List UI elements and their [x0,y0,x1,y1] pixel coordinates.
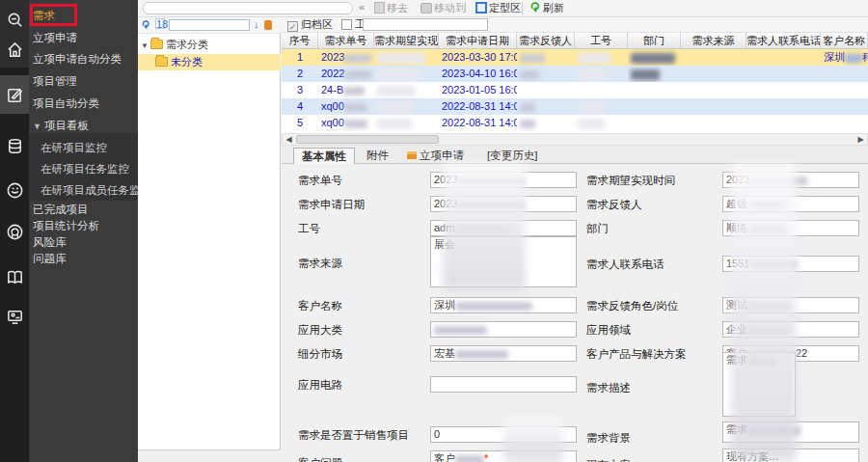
field-label: 部门 [586,222,609,236]
tree-down-arrow-icon[interactable]: ↓ [254,18,259,30]
scroll-right-icon[interactable]: ▶ [854,134,867,145]
field-app-domain[interactable]: 企业 [722,321,859,338]
tab-project-apply[interactable]: 立项申请 [399,148,472,164]
remove-icon [374,2,385,14]
col-phone[interactable]: 需求人联系电话 [746,33,821,48]
tree-node-label: 未分类 [171,56,203,68]
col-emp-id[interactable]: 工号 [575,33,628,48]
col-seq[interactable]: 序号 [282,33,318,48]
remove-button[interactable]: 移去 [374,0,408,16]
field-market-segment[interactable]: 宏基 [430,345,577,362]
table-row[interactable]: 5 xq00 2022-08-31 14:05 [282,115,868,131]
detail-tabs: 基本属性 附件 立项申请 [变更历史] [282,146,868,164]
refresh-icon: ⟳ [529,2,541,13]
field-feedback-person[interactable]: 超级 [722,196,859,212]
field-app-circuit[interactable] [430,376,577,393]
table-row[interactable]: 2 2022 2023-04-10 16:02 [282,66,868,82]
tree-locate-icon[interactable] [264,20,272,30]
tab-attachments[interactable]: 附件 [359,148,396,164]
col-expect-date[interactable]: 需求期望实现... [374,33,439,48]
field-client-name[interactable]: 深圳 [430,297,577,313]
col-source[interactable]: 需求来源 [681,33,746,48]
sidebar-item-member-task-monitor[interactable]: 在研项目成员任务监控 [29,180,138,200]
col-department[interactable]: 部门 [628,33,681,48]
tab-change-history[interactable]: [变更历史] [479,148,545,164]
sidebar-item-ongoing-task-monitor[interactable]: 在研项目任务监控 [29,159,138,178]
sidebar-item-project-apply[interactable]: 立项申请 [29,28,138,47]
tree-search-input[interactable] [169,19,250,31]
field-apply-date[interactable]: 2023 [430,196,577,212]
table-row[interactable]: 3 24-B 2023-01-05 16:07 [282,82,868,98]
field-label: 应用大类 [298,323,342,338]
field-label: 客户问题 [298,456,342,462]
field-feedback-role[interactable]: 测试 [722,297,859,313]
collapse-panel-icon[interactable]: « [359,1,365,13]
field-description[interactable]: 需求 [722,352,796,417]
basic-props-form: 需求单号 2023 需求申请日期 2023 工号 adm 需求来源 展会 客户名… [282,164,868,462]
field-department[interactable]: 顺络 [722,220,859,236]
app-logo-icon[interactable] [0,6,29,35]
sidebar-item-project-autoclass[interactable]: 项目自动分类 [29,94,138,113]
tree-panel-footer [138,450,281,462]
required-marker: * [484,452,488,462]
sidebar-item-ongoing-monitor[interactable]: 在研项目监控 [29,138,138,157]
tree-expander-icon[interactable]: ▼ [141,41,149,50]
field-label: 需求反馈角色/岗位 [586,299,678,313]
move-to-icon [420,3,432,14]
table-hscrollbar[interactable]: ◀ ▶ [282,133,868,146]
feedback-icon[interactable] [0,176,29,204]
table-header: 序号 需求单号 需求期望实现... 需求申请日期 需求反馈人 工号 部门 需求来… [282,33,868,49]
field-label: 现有方案 [586,458,631,462]
tab-basic-props[interactable]: 基本属性 [293,148,355,164]
sidebar-item-apply-autoclass[interactable]: 立项申请自动分类 [29,49,138,68]
sidebar-item-requirements[interactable]: 需求 [29,6,138,25]
tree-levels-icon[interactable]: 18 [155,18,165,29]
devices-icon[interactable] [0,302,29,331]
library-icon[interactable] [0,262,29,291]
field-phone[interactable]: 1551 [722,256,859,272]
archive-checkbox[interactable]: ✓ [287,21,298,32]
move-to-label: 移动到 [434,2,466,14]
compose-icon[interactable] [0,80,29,109]
filter-search-input[interactable] [363,18,488,31]
support-icon[interactable] [0,217,29,246]
field-label: 需求来源 [298,257,342,271]
move-to-button[interactable]: 移动到 [420,0,466,16]
table-row[interactable]: 4 xq00 2022-08-31 14:05 [282,98,868,115]
workspace-checkbox[interactable] [341,19,352,30]
tree-refresh-icon[interactable]: ⟳ [139,20,151,29]
field-label: 需求描述 [586,381,631,395]
toolbar-search-input[interactable] [143,2,353,14]
workspace: « 移去 移动到 定型区 ⟳ 刷新 ⟳ 18 ↓ ▼需求分类 未分类 [138,0,868,462]
database-icon[interactable] [0,131,29,160]
col-apply-date[interactable]: 需求申请日期 [439,33,517,48]
field-existing-solution[interactable]: 现有方案… [722,448,859,462]
sidebar-item-issue-library[interactable]: 问题库 [29,249,138,268]
sidebar-item-project-board[interactable]: ▼项目看板 [29,116,138,135]
field-label: 需求申请日期 [298,198,365,212]
col-order-no[interactable]: 需求单号 [318,33,374,48]
refresh-button[interactable]: ⟳ 刷新 [529,0,564,16]
field-client-issue[interactable]: 客户* [430,450,577,462]
col-client[interactable]: 客户名称 [821,33,868,48]
archive-label: 归档区 [301,18,333,30]
field-app-category[interactable] [430,321,577,338]
col-feedback-person[interactable]: 需求反馈人 [517,33,575,48]
sidebar-item-project-mgmt[interactable]: 项目管理 [29,71,138,91]
table-row[interactable]: 1 2023 2023-03-30 17:04 深圳科技 [282,49,868,66]
field-expect-date[interactable]: 2023 [722,172,859,188]
tree-node-unclassified[interactable]: 未分类 [138,54,281,70]
field-label: 需求期望实现时间 [586,174,675,188]
home-icon[interactable] [0,35,29,64]
fixed-zone-button[interactable]: 定型区 [475,0,521,16]
field-order-no[interactable]: 2023 [430,172,577,188]
field-in-sales-project[interactable]: 0 [430,426,577,443]
fixed-zone-label: 定型区 [489,2,521,14]
field-emp-id[interactable]: adm [430,220,577,236]
scroll-left-icon[interactable]: ◀ [283,134,295,145]
scroll-thumb[interactable] [296,135,439,144]
expand-arrow-icon: ▼ [33,122,41,131]
tree-node-root[interactable]: ▼需求分类 [138,37,281,53]
field-source[interactable]: 展会 [430,236,577,287]
field-background[interactable]: 需求 [722,421,859,443]
